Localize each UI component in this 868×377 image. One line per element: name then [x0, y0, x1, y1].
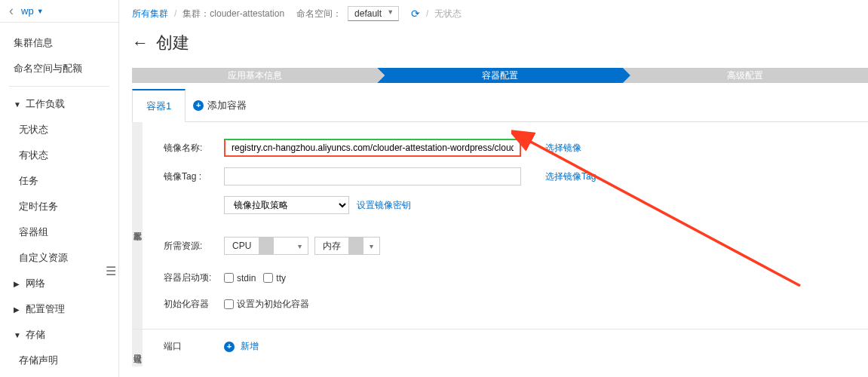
- plus-icon: +: [193, 100, 204, 111]
- select-image-link[interactable]: 选择镜像: [545, 142, 581, 155]
- label-startup: 容器启动项:: [164, 271, 224, 284]
- sidebar-item-network[interactable]: ▶ 网络: [0, 271, 118, 296]
- cluster-name-label: wp: [21, 5, 34, 17]
- step-container-config[interactable]: 容器配置: [377, 68, 622, 83]
- sidebar-item-cluster-info[interactable]: 集群信息: [0, 30, 118, 56]
- step-app-info[interactable]: 应用基本信息: [132, 68, 377, 83]
- sidebar-item-crd[interactable]: 自定义资源: [0, 245, 118, 271]
- step-advanced-config[interactable]: 高级配置: [623, 68, 868, 83]
- init-container-label: 设置为初始化容器: [237, 298, 309, 311]
- add-container-button[interactable]: + 添加容器: [186, 99, 254, 112]
- namespace-select[interactable]: default ▼: [348, 6, 399, 21]
- cpu-input[interactable]: CPU▾: [224, 237, 308, 255]
- caret-right-icon: ▶: [14, 305, 21, 314]
- label-init-container: 初始化容器: [164, 298, 224, 311]
- sidebar-item-stateless[interactable]: 无状态: [0, 117, 118, 143]
- image-tag-input[interactable]: [224, 167, 521, 185]
- stdin-checkbox[interactable]: [224, 273, 234, 283]
- tab-container-1[interactable]: 容器1: [132, 89, 186, 122]
- page-title: 创建: [156, 32, 189, 54]
- breadcrumb-ns-prefix: 命名空间：: [296, 8, 342, 20]
- memory-input[interactable]: 内存▾: [314, 237, 380, 255]
- stdin-label: stdin: [237, 273, 256, 284]
- sidebar-divider: [9, 86, 109, 87]
- sidebar-item-storage[interactable]: ▼ 存储: [0, 322, 118, 348]
- pull-policy-select[interactable]: 镜像拉取策略: [224, 196, 349, 214]
- breadcrumb-cluster-value: clouder-attestation: [210, 8, 284, 19]
- step-indicator: 应用基本信息 容器配置 高级配置: [132, 68, 868, 83]
- section-label-basic: 基本配置: [132, 122, 143, 329]
- caret-down-icon: ▼: [14, 331, 21, 339]
- caret-right-icon: ▶: [14, 280, 21, 288]
- label-image-tag: 镜像Tag :: [164, 170, 224, 183]
- sidebar-item-pvc[interactable]: 存储声明: [0, 348, 118, 373]
- sidebar-item-workload[interactable]: ▼ 工作负载: [0, 91, 118, 117]
- sidebar-back-chevron-icon[interactable]: ‹: [9, 3, 14, 19]
- sidebar-item-namespace-quota[interactable]: 命名空间与配额: [0, 56, 118, 81]
- sidebar-item-cronjob[interactable]: 定时任务: [0, 194, 118, 219]
- refresh-icon[interactable]: ⟳: [411, 8, 420, 20]
- sidebar-item-job[interactable]: 任务: [0, 168, 118, 194]
- image-name-input[interactable]: [224, 139, 521, 157]
- collapse-sidebar-icon[interactable]: ☰: [106, 264, 116, 278]
- breadcrumb-all-clusters[interactable]: 所有集群: [132, 8, 168, 20]
- caret-down-icon: ▼: [14, 100, 21, 109]
- label-port: 端口: [164, 340, 224, 353]
- breadcrumb-stateless: 无状态: [434, 8, 462, 20]
- sidebar-item-pv[interactable]: 存储卷: [0, 373, 118, 377]
- sidebar-item-stateful[interactable]: 有状态: [0, 143, 118, 168]
- caret-down-icon: ▼: [37, 8, 44, 15]
- breadcrumb: 所有集群 / 集群： clouder-attestation 命名空间： def…: [132, 0, 868, 21]
- set-image-secret-link[interactable]: 设置镜像密钥: [357, 199, 411, 212]
- sidebar-item-pod[interactable]: 容器组: [0, 219, 118, 245]
- tty-label: tty: [276, 273, 286, 284]
- back-arrow-icon[interactable]: ←: [132, 33, 149, 53]
- label-image-name: 镜像名称:: [164, 142, 224, 155]
- label-resources: 所需资源:: [164, 240, 224, 253]
- sidebar-item-config[interactable]: ▶ 配置管理: [0, 296, 118, 322]
- select-tag-link[interactable]: 选择镜像Tag: [545, 170, 596, 183]
- cluster-dropdown[interactable]: wp ▼: [21, 5, 44, 17]
- plus-icon: +: [224, 342, 235, 352]
- init-container-checkbox[interactable]: [224, 299, 234, 309]
- section-label-port: 端口设置: [132, 329, 143, 366]
- add-port-link[interactable]: 新增: [241, 340, 259, 353]
- breadcrumb-cluster-prefix: 集群：: [182, 8, 210, 20]
- tty-checkbox[interactable]: [263, 273, 273, 283]
